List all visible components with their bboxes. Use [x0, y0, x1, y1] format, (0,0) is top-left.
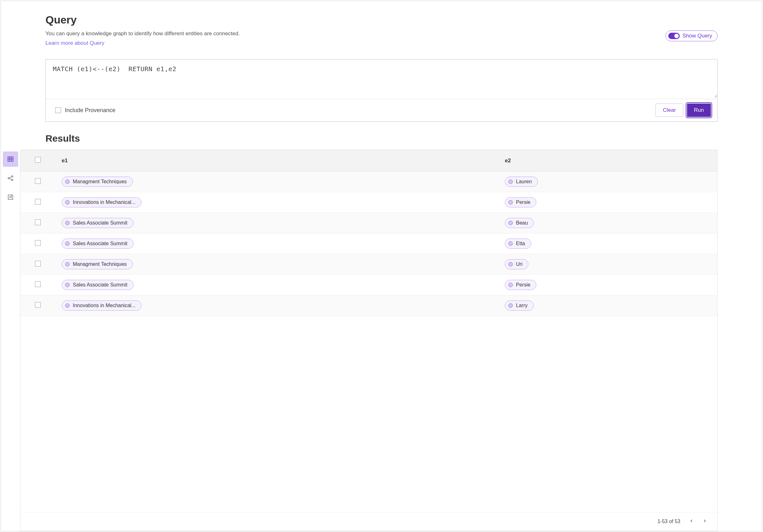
entity-pill[interactable]: Lauren [505, 177, 538, 187]
table-row: Innovations in Mechanical...Persie [20, 192, 717, 213]
entity-pill-label: Larry [516, 303, 527, 309]
learn-more-link[interactable]: Learn more about Query [46, 40, 104, 46]
entity-pill[interactable]: Larry [505, 301, 533, 310]
table-row: Sales Associate SummitBeau [20, 213, 717, 233]
sidebar-view-preview[interactable] [3, 190, 18, 205]
entity-pill-label: Managment Techniques [73, 179, 127, 185]
entity-pill[interactable]: Beau [505, 218, 534, 228]
entity-dot-icon [65, 200, 70, 205]
entity-dot-icon [508, 241, 513, 246]
run-button[interactable]: Run [687, 104, 711, 117]
pager-next[interactable] [703, 519, 707, 524]
row-checkbox[interactable] [35, 199, 41, 205]
row-checkbox[interactable] [35, 302, 41, 308]
show-query-label: Show Query [682, 33, 712, 39]
chevron-right-icon [703, 519, 707, 523]
entity-pill[interactable]: Persie [505, 197, 536, 208]
sidebar-view-table[interactable] [3, 151, 18, 167]
entity-dot-icon [65, 179, 70, 184]
svg-point-11 [11, 196, 12, 196]
entity-pill[interactable]: Managment Techniques [62, 259, 133, 269]
svg-line-8 [9, 177, 11, 178]
view-mode-sidebar [1, 149, 20, 531]
entity-pill-label: Managment Techniques [73, 261, 127, 267]
entity-pill[interactable]: Sales Associate Summit [62, 238, 134, 249]
include-provenance-checkbox[interactable]: Include Provenance [55, 107, 115, 114]
entity-pill[interactable]: Uri [505, 259, 528, 269]
row-checkbox[interactable] [35, 240, 41, 246]
select-all-checkbox[interactable] [35, 157, 41, 163]
entity-pill-label: Sales Associate Summit [73, 241, 128, 246]
entity-dot-icon [65, 262, 70, 266]
entity-pill-label: Innovations in Mechanical... [73, 200, 136, 205]
entity-pill-label: Etta [516, 241, 525, 246]
column-header-e2[interactable]: e2 [498, 150, 717, 171]
entity-pill[interactable]: Innovations in Mechanical... [62, 301, 142, 310]
entity-dot-icon [65, 283, 70, 287]
row-checkbox[interactable] [35, 178, 41, 184]
column-header-e1[interactable]: e1 [55, 150, 498, 171]
clear-button[interactable]: Clear [656, 104, 683, 117]
entity-pill[interactable]: Sales Associate Summit [62, 218, 134, 228]
results-table: e1 e2 Managment TechniquesLaurenInnovati… [20, 149, 717, 531]
entity-pill-label: Persie [516, 200, 530, 205]
entity-dot-icon [508, 200, 513, 205]
checkbox-icon [55, 107, 61, 113]
entity-dot-icon [65, 241, 70, 246]
entity-pill[interactable]: Sales Associate Summit [62, 280, 134, 290]
row-checkbox[interactable] [35, 220, 41, 225]
entity-pill[interactable]: Innovations in Mechanical... [62, 197, 142, 208]
results-title: Results [46, 133, 717, 144]
entity-dot-icon [508, 221, 513, 225]
entity-dot-icon [508, 303, 513, 308]
chevron-left-icon [689, 519, 694, 523]
sidebar-view-graph[interactable] [3, 171, 18, 186]
pager-text: 1-53 of 53 [657, 519, 680, 524]
entity-pill-label: Sales Associate Summit [73, 220, 128, 226]
entity-pill-label: Beau [516, 220, 528, 226]
table-row: Managment TechniquesUri [20, 254, 717, 275]
row-checkbox[interactable] [35, 261, 41, 266]
include-provenance-label: Include Provenance [65, 107, 115, 114]
entity-pill[interactable]: Persie [505, 280, 536, 290]
entity-pill[interactable]: Etta [505, 238, 531, 249]
entity-pill-label: Innovations in Mechanical... [73, 303, 136, 309]
pager-prev[interactable] [689, 519, 694, 524]
entity-dot-icon [65, 221, 70, 225]
entity-dot-icon [508, 179, 513, 184]
svg-rect-0 [8, 157, 13, 162]
svg-line-9 [9, 179, 11, 180]
table-row: Managment TechniquesLauren [20, 171, 717, 192]
entity-dot-icon [508, 283, 513, 287]
entity-pill-label: Sales Associate Summit [73, 282, 128, 288]
page-title: Query [46, 14, 717, 26]
row-checkbox[interactable] [35, 281, 41, 287]
query-box: Include Provenance Clear Run [46, 59, 717, 122]
preview-icon [7, 194, 14, 201]
table-row: Innovations in Mechanical...Larry [20, 295, 717, 316]
show-query-toggle[interactable]: Show Query [665, 31, 717, 41]
table-row: Sales Associate SummitEtta [20, 233, 717, 254]
entity-pill[interactable]: Managment Techniques [62, 177, 133, 187]
entity-dot-icon [508, 262, 513, 266]
table-icon [7, 156, 14, 163]
entity-pill-label: Uri [516, 261, 522, 267]
entity-pill-label: Lauren [516, 179, 532, 185]
table-row: Sales Associate SummitPersie [20, 275, 717, 295]
query-input[interactable] [46, 59, 717, 98]
graph-icon [7, 175, 14, 182]
page-subtitle: You can query a knowledge graph to ident… [46, 31, 665, 37]
toggle-switch-icon [668, 33, 680, 39]
entity-pill-label: Persie [516, 282, 530, 288]
entity-dot-icon [65, 303, 70, 308]
results-pager: 1-53 of 53 [20, 512, 717, 531]
